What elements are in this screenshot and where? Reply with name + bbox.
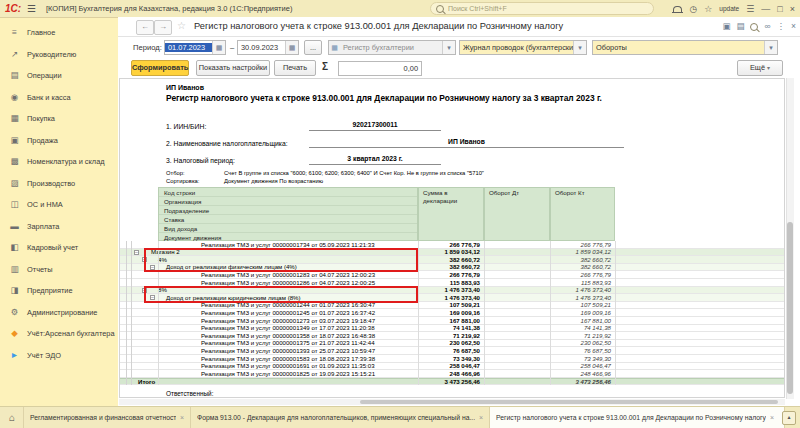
- report-spreadsheet[interactable]: ИП Иванов Регистр налогового учета к стр…: [119, 78, 785, 398]
- row-sum-in-declaration: 382 660,72: [418, 257, 480, 263]
- row-label: Реализация ТМЗ и услуг 00000001825 от 19…: [201, 371, 375, 377]
- sidebar-item-3[interactable]: ▤Операции: [0, 69, 118, 87]
- sum-sigma-icon[interactable]: Σ: [322, 61, 328, 72]
- period-to-input[interactable]: 30.09.2023 ▦: [237, 40, 299, 55]
- arsenal-icon: ◆: [9, 328, 20, 338]
- table-row[interactable]: Реализация ТМЗ и услуг 00000001283 от 04…: [120, 271, 784, 279]
- sidebar-item-label: Предприятие: [27, 286, 73, 295]
- collapse-group-icon[interactable]: –: [142, 288, 147, 293]
- period-choice-button[interactable]: ...: [304, 40, 322, 55]
- main-menu-icon[interactable]: ☰: [27, 3, 36, 14]
- report-organization: ИП Иванов: [166, 84, 204, 91]
- 1c-logo: 1С:: [5, 3, 21, 14]
- table-row[interactable]: Реализация ТМЗ и услуг 00000001393 от 25…: [120, 347, 784, 355]
- responsible-label: Ответственный:: [166, 390, 213, 397]
- sidebar-item-2[interactable]: ↗Руководителю: [0, 48, 118, 66]
- more-kebab-icon[interactable]: ⋮: [777, 20, 786, 33]
- horizontal-scrollbar-thumb[interactable]: [360, 400, 778, 404]
- print-icon[interactable]: ▤: [736, 20, 744, 33]
- sidebar-item-5[interactable]: ▦Покупка: [0, 112, 118, 130]
- sum-value-field[interactable]: 0,00: [338, 61, 422, 76]
- row-credit-turnover: 74 141,38: [550, 325, 611, 331]
- row-label: 8%: [158, 287, 167, 293]
- print-button[interactable]: Печать: [274, 60, 316, 76]
- service-menu-icon[interactable]: ☰: [746, 0, 754, 18]
- row-credit-turnover: 167 881,00: [550, 318, 611, 324]
- sidebar-item-15[interactable]: ◆Учёт:Арсенал бухгалтера: [0, 327, 118, 345]
- minimize-icon[interactable]: —: [761, 0, 770, 18]
- sidebar-item-14[interactable]: ⚙Администрирование: [0, 306, 118, 324]
- window-tab-3[interactable]: Регистр налогового учета к строке 913.00…: [489, 407, 785, 428]
- turnovers-combobox[interactable]: Обороты ▾: [592, 40, 778, 55]
- collapse-tabbar-button[interactable]: ▴: [782, 411, 796, 425]
- close-tab-icon[interactable]: ×: [479, 407, 483, 428]
- vertical-scrollbar-thumb[interactable]: [787, 222, 793, 394]
- sidebar-item-6[interactable]: ▣Продажа: [0, 134, 118, 152]
- row-credit-turnover: 107 509,21: [550, 302, 611, 308]
- table-row[interactable]: Реализация ТМЗ и услуг 00000001825 от 19…: [120, 370, 784, 378]
- get-link-icon[interactable]: ∞: [764, 20, 770, 33]
- close-tab-icon[interactable]: ×: [770, 407, 774, 428]
- chevron-down-icon[interactable]: ▾: [573, 41, 586, 54]
- table-header-col1: Код строкиОрганизацияПодразделениеСтавка…: [158, 187, 418, 241]
- sidebar-item-9[interactable]: ◫ОС и НМА: [0, 198, 118, 216]
- close-window-icon[interactable]: ×: [790, 0, 795, 18]
- show-settings-button[interactable]: Показать настройки: [196, 60, 270, 76]
- close-form-icon[interactable]: ×: [791, 20, 796, 33]
- row-sum-in-declaration: 382 660,72: [418, 264, 480, 270]
- column-separator: [615, 241, 616, 385]
- journal-combobox[interactable]: Журнал проводок (бухгалтерский учет) ▾: [459, 40, 587, 55]
- more-actions-button[interactable]: Ещё ▾: [737, 60, 783, 76]
- filter-toolbar: Период: 01.07.2023 ▦ – 30.09.2023 ▦ ... …: [118, 37, 800, 58]
- calendar-icon[interactable]: ▦: [285, 41, 298, 54]
- history-icon[interactable]: ◷: [689, 0, 697, 18]
- sidebar-item-label: Операции: [27, 71, 62, 80]
- sidebar-item-16[interactable]: ►Учёт ЭДО: [0, 349, 118, 367]
- sidebar-item-label: Покупка: [27, 114, 55, 123]
- chevron-down-icon[interactable]: ▾: [764, 41, 777, 54]
- favorite-star-icon[interactable]: ☆: [177, 20, 186, 31]
- global-search-input[interactable]: Поиск Ctrl+Shift+F: [430, 2, 654, 15]
- preview-magnifier-icon[interactable]: [750, 23, 758, 31]
- register-combobox[interactable]: ▦ Регистр бухгалтерии ▾: [328, 40, 456, 55]
- sidebar-item-label: Банк и касса: [27, 93, 71, 102]
- sidebar-item-4[interactable]: ◉Банк и касса: [0, 91, 118, 109]
- generate-report-button[interactable]: Сформировать: [131, 60, 189, 76]
- sidebar-item-label: Зарплата: [27, 222, 59, 231]
- table-row[interactable]: Реализация ТМЗ и услуг 00000001245 от 01…: [120, 309, 784, 317]
- save-icon[interactable]: ▣: [722, 20, 730, 33]
- sidebar-item-1[interactable]: ≡Главное: [0, 26, 118, 44]
- calendar-icon[interactable]: ▦: [212, 41, 225, 54]
- row-credit-turnover: 73 349,30: [550, 356, 611, 362]
- sidebar-item-8[interactable]: ▨Производство: [0, 177, 118, 195]
- back-arrow-button[interactable]: ←: [136, 20, 154, 35]
- chevron-down-icon[interactable]: ▾: [442, 41, 455, 54]
- favorites-star-icon[interactable]: ☆: [704, 0, 712, 18]
- search-placeholder: Поиск Ctrl+Shift+F: [448, 5, 507, 12]
- notifications-bell-icon[interactable]: [673, 6, 682, 13]
- collapse-group-icon[interactable]: –: [134, 250, 139, 255]
- maximize-icon[interactable]: □: [777, 0, 782, 18]
- tab-label: Регламентированная и финансовая отчетнос…: [30, 407, 176, 428]
- row-label: Реализация ТМЗ и услуг 00000001283 от 04…: [201, 272, 375, 278]
- form-actions: ▣▤∞⋮×: [722, 20, 796, 33]
- close-tab-icon[interactable]: ×: [180, 407, 184, 428]
- sidebar-item-10[interactable]: ▬Зарплата: [0, 220, 118, 238]
- sidebar-item-label: Главное: [27, 28, 55, 37]
- collapse-group-icon[interactable]: –: [150, 265, 155, 270]
- sidebar-item-11[interactable]: ◧Кадровый учет: [0, 241, 118, 259]
- collapse-group-icon[interactable]: –: [150, 295, 155, 300]
- sidebar-item-12[interactable]: ▥Отчеты: [0, 263, 118, 281]
- total-row[interactable]: Итого3 473 256,463 473 256,46: [120, 378, 784, 386]
- sidebar-item-13[interactable]: ◨Предприятие: [0, 284, 118, 302]
- window-tab-2[interactable]: Форма 913.00 - Декларация для налогоплат…: [190, 407, 490, 428]
- row-credit-turnover: 169 009,16: [550, 310, 611, 316]
- row-label: Реализация ТМЗ и услуг 00000001734 от 05…: [201, 242, 375, 248]
- collapse-group-icon[interactable]: –: [142, 257, 147, 262]
- window-tab-1[interactable]: Регламентированная и финансовая отчетнос…: [23, 407, 191, 428]
- period-from-input[interactable]: 01.07.2023 ▦: [164, 40, 226, 55]
- forward-arrow-button[interactable]: →: [154, 20, 172, 35]
- update-label[interactable]: update: [719, 0, 739, 18]
- home-icon[interactable]: ⌂: [0, 407, 24, 428]
- sidebar-item-7[interactable]: ▩Номенклатура и склад: [0, 155, 118, 173]
